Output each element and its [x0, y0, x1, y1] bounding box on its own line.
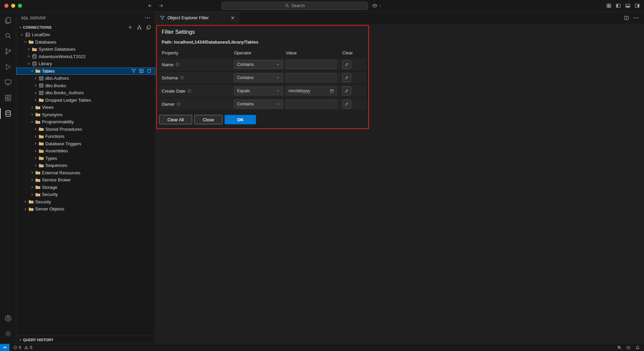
duplicate-connection-button[interactable]	[146, 25, 151, 30]
tree-item-security[interactable]: Security	[16, 198, 155, 206]
chevron-right-icon[interactable]	[33, 164, 38, 168]
tree-item-system-databases[interactable]: System Databases	[16, 46, 155, 53]
toggle-panel-bottom-button[interactable]	[625, 3, 630, 8]
tree-item-sequences[interactable]: Sequences	[16, 162, 155, 169]
schema-operator-dropdown[interactable]: Contains	[234, 73, 283, 82]
chevron-right-icon[interactable]	[30, 193, 34, 197]
activity-accounts[interactable]	[0, 310, 16, 326]
notifications-icon[interactable]	[635, 345, 640, 350]
refresh-icon[interactable]	[146, 68, 152, 74]
chevron-right-icon[interactable]	[33, 98, 38, 102]
name-value-input[interactable]	[286, 60, 337, 69]
create-date-operator-dropdown[interactable]: Equals	[234, 86, 283, 95]
split-editor-button[interactable]	[624, 15, 629, 21]
tree-item-databases[interactable]: Databases	[16, 39, 155, 46]
tree-item-service-broker[interactable]: Service Broker	[16, 176, 155, 184]
activity-extensions[interactable]	[0, 90, 16, 106]
copilot-menu[interactable]	[372, 0, 382, 11]
forward-button[interactable]	[158, 3, 164, 8]
tree-item-dbo-books-authors[interactable]: dbo.Books_Authors	[16, 89, 155, 97]
chevron-down-icon[interactable]	[30, 69, 34, 73]
tree-item-dbo-authors[interactable]: dbo.Authors	[16, 75, 155, 82]
activity-source-control[interactable]	[0, 44, 16, 59]
tree-item-synonyms[interactable]: Synonyms	[16, 111, 155, 119]
owner-operator-dropdown[interactable]: Contains	[234, 100, 283, 108]
owner-clear-button[interactable]	[342, 100, 351, 108]
activity-run-and-debug[interactable]	[0, 59, 16, 75]
chevron-right-icon[interactable]	[26, 47, 31, 51]
owner-value-input[interactable]	[286, 100, 337, 108]
query-history-section[interactable]: QUERY HISTORY	[16, 335, 155, 344]
tree-item-stored-procedures[interactable]: Stored Procedures	[16, 126, 155, 133]
chevron-right-icon[interactable]	[33, 142, 38, 146]
chevron-right-icon[interactable]	[26, 54, 31, 58]
tree-item-external-resources[interactable]: External Resources	[16, 169, 155, 177]
tree-item-server-objects[interactable]: Server Objects	[16, 205, 155, 213]
tree-item-views[interactable]: Views	[16, 104, 155, 111]
filter-active-icon[interactable]	[131, 68, 136, 74]
activity-explorer[interactable]	[0, 12, 16, 28]
tree-item-adventureworkslt2022[interactable]: AdventureWorksLT2022	[16, 53, 155, 60]
tree-item-functions[interactable]: Functions	[16, 133, 155, 140]
tree-item-storage[interactable]: Storage	[16, 184, 155, 191]
chevron-right-icon[interactable]	[33, 91, 38, 95]
tree-item-dropped-ledger-tables[interactable]: Dropped Ledger Tables	[16, 97, 155, 104]
ok-button[interactable]: OK	[225, 115, 256, 124]
tree-item-dbo-books[interactable]: dbo.Books	[16, 82, 155, 90]
chevron-right-icon[interactable]	[33, 76, 38, 80]
activity-remote-explorer[interactable]	[0, 75, 16, 90]
tree-item-types[interactable]: Types	[16, 155, 155, 162]
connection-groups-button[interactable]	[137, 25, 142, 30]
chevron-right-icon[interactable]	[30, 171, 34, 175]
group-by-schema-icon[interactable]	[139, 68, 144, 74]
chevron-right-icon[interactable]	[30, 105, 34, 109]
toggle-panel-left-button[interactable]	[616, 3, 621, 8]
problems-status[interactable]: 0 0	[12, 344, 34, 351]
chevron-right-icon[interactable]	[33, 156, 38, 160]
more-actions-button[interactable]: ···	[634, 15, 639, 21]
chevron-down-icon[interactable]	[26, 62, 31, 66]
close-tab-icon[interactable]	[230, 15, 235, 21]
toggle-panel-right-button[interactable]	[635, 3, 640, 8]
activity-sql-server[interactable]	[0, 106, 16, 121]
create-date-clear-button[interactable]	[342, 86, 351, 95]
tree-item-localdev[interactable]: LocalDev	[16, 31, 155, 39]
name-clear-button[interactable]	[342, 60, 351, 69]
schema-value-input[interactable]	[286, 73, 337, 82]
chevron-right-icon[interactable]	[23, 207, 28, 211]
close-button[interactable]: Close	[194, 115, 222, 124]
tree-item-database-triggers[interactable]: Database Triggers	[16, 140, 155, 148]
name-operator-dropdown[interactable]: Contains	[234, 60, 283, 69]
tree-item-tables[interactable]: Tables	[16, 68, 155, 75]
chevron-right-icon[interactable]	[33, 134, 38, 139]
chevron-right-icon[interactable]	[30, 112, 34, 117]
chevron-down-icon[interactable]	[23, 40, 28, 44]
chevron-down-icon[interactable]	[20, 33, 24, 37]
chevron-right-icon[interactable]	[23, 200, 28, 204]
remote-indicator[interactable]: ><	[0, 344, 9, 351]
chevron-right-icon[interactable]	[30, 178, 34, 182]
schema-clear-button[interactable]	[342, 73, 351, 82]
minimize-window-button[interactable]	[11, 4, 15, 8]
tree-item-assemblies[interactable]: Assemblies	[16, 147, 155, 155]
sidebar-more-actions-button[interactable]: ···	[145, 15, 151, 21]
zoom-icon[interactable]	[617, 345, 622, 350]
tab-object-explorer-filter[interactable]: Object Explorer Filter	[156, 12, 239, 24]
activity-manage-settings[interactable]	[0, 326, 16, 342]
command-center-search[interactable]: Search	[222, 2, 368, 10]
copilot-status-icon[interactable]	[626, 345, 631, 350]
close-window-button[interactable]	[4, 4, 8, 8]
customize-layout-button[interactable]	[606, 3, 612, 8]
connections-section-header[interactable]: CONNECTIONS	[16, 24, 155, 31]
tree-item-security[interactable]: Security	[16, 191, 155, 198]
tree-item-library[interactable]: Library	[16, 60, 155, 68]
create-date-value-input[interactable]: mm/dd/yyyy	[286, 86, 337, 95]
zoom-window-button[interactable]	[18, 4, 22, 8]
tree-item-programmability[interactable]: Programmability	[16, 118, 155, 126]
chevron-right-icon[interactable]	[33, 83, 38, 87]
chevron-down-icon[interactable]	[30, 120, 34, 124]
clear-all-button[interactable]: Clear All	[159, 115, 192, 124]
chevron-right-icon[interactable]	[30, 185, 34, 189]
back-button[interactable]	[147, 3, 153, 8]
chevron-right-icon[interactable]	[33, 149, 38, 153]
